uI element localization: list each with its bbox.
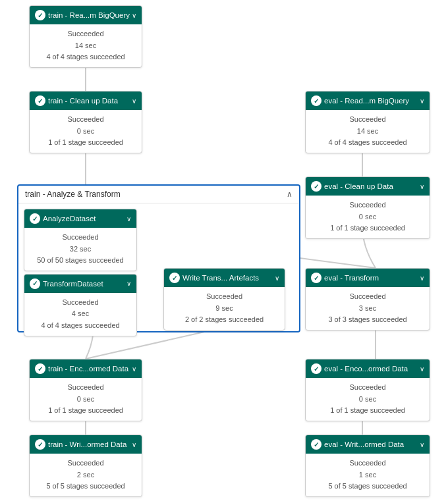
chevron-down-icon[interactable]: ∨ [275,275,279,282]
node-title: Write Trans... Artefacts [182,274,259,282]
node-transform-dataset-header: TransformDataset ∨ [24,275,136,293]
success-icon [311,439,322,450]
node-analyze-dataset[interactable]: AnalyzeDataset ∨ Succeeded 32 sec 50 of … [24,209,137,271]
node-title: train - Rea...m BigQuery [48,11,130,19]
node-write-transform-header: Write Trans... Artefacts ∨ [164,269,285,287]
node-body: Succeeded 4 sec 4 of 4 stages succeeded [24,293,136,336]
node-train-read-bq[interactable]: train - Rea...m BigQuery ∨ Succeeded 14 … [29,5,142,68]
chevron-down-icon[interactable]: ∨ [132,441,136,448]
group-title: train - Analyze & Transform [25,190,121,199]
chevron-down-icon[interactable]: ∨ [132,12,136,19]
node-train-cleanup[interactable]: train - Clean up Data ∨ Succeeded 0 sec … [29,91,142,153]
success-icon [35,10,45,20]
success-icon [311,273,322,283]
node-eval-write[interactable]: eval - Writ...ormed Data ∨ Succeeded 1 s… [305,435,430,497]
node-body: Succeeded 0 sec 1 of 1 stage succeeded [306,196,430,238]
chevron-down-icon[interactable]: ∨ [132,365,136,373]
success-icon [311,95,322,106]
node-body: Succeeded 9 sec 2 of 2 stages succeeded [164,287,285,330]
node-eval-read-bq-header: eval - Read...m BigQuery ∨ [306,92,430,110]
node-eval-cleanup[interactable]: eval - Clean up Data ∨ Succeeded 0 sec 1… [305,176,430,239]
node-title: train - Wri...ormed Data [48,440,126,448]
success-icon [30,213,40,224]
node-transform-dataset[interactable]: TransformDataset ∨ Succeeded 4 sec 4 of … [24,274,137,336]
node-body: Succeeded 0 sec 1 of 1 stage succeeded [30,378,142,421]
node-title: train - Enc...ormed Data [48,365,128,373]
success-icon [35,363,45,374]
node-eval-enc-header: eval - Enco...ormed Data ∨ [306,359,430,378]
chevron-down-icon[interactable]: ∨ [420,97,424,105]
chevron-down-icon[interactable]: ∨ [132,97,136,105]
node-train-write-header: train - Wri...ormed Data ∨ [30,435,142,454]
node-title: eval - Clean up Data [324,182,393,190]
success-icon [35,439,45,450]
chevron-down-icon[interactable]: ∨ [420,365,424,373]
node-body: Succeeded 14 sec 4 of 4 stages succeeded [306,110,430,153]
node-train-enc[interactable]: train - Enc...ormed Data ∨ Succeeded 0 s… [29,359,142,421]
node-body: Succeeded 0 sec 1 of 1 stage succeeded [30,110,142,153]
success-icon [311,181,322,192]
chevron-down-icon[interactable]: ∨ [420,441,424,448]
node-analyze-dataset-header: AnalyzeDataset ∨ [24,209,136,228]
node-title: TransformDataset [43,280,103,288]
group-header[interactable]: train - Analyze & Transform ∧ [18,186,299,203]
chevron-down-icon[interactable]: ∨ [126,280,131,287]
node-eval-transform[interactable]: eval - Transform ∨ Succeeded 3 sec 3 of … [305,268,430,331]
node-title: AnalyzeDataset [43,215,96,223]
node-eval-read-bq[interactable]: eval - Read...m BigQuery ∨ Succeeded 14 … [305,91,430,153]
success-icon [311,363,322,374]
chevron-down-icon[interactable]: ∨ [420,275,424,282]
pipeline-canvas: train - Rea...m BigQuery ∨ Succeeded 14 … [0,0,448,503]
node-body: Succeeded 1 sec 5 of 5 stages succeeded [306,454,430,496]
node-train-write[interactable]: train - Wri...ormed Data ∨ Succeeded 2 s… [29,435,142,497]
node-train-enc-header: train - Enc...ormed Data ∨ [30,359,142,378]
chevron-down-icon[interactable]: ∨ [420,183,424,190]
node-title: eval - Enco...ormed Data [324,365,408,373]
node-write-transform[interactable]: Write Trans... Artefacts ∨ Succeeded 9 s… [163,268,285,331]
node-body: Succeeded 2 sec 5 of 5 stages succeeded [30,454,142,496]
chevron-down-icon[interactable]: ∨ [126,215,131,223]
node-eval-enc[interactable]: eval - Enco...ormed Data ∨ Succeeded 0 s… [305,359,430,421]
node-train-read-bq-header: train - Rea...m BigQuery ∨ [30,6,142,24]
chevron-up-icon[interactable]: ∧ [287,190,293,199]
success-icon [35,95,45,106]
node-eval-transform-header: eval - Transform ∨ [306,269,430,287]
node-eval-cleanup-header: eval - Clean up Data ∨ [306,177,430,196]
node-body: Succeeded 14 sec 4 of 4 stages succeeded [30,24,142,67]
node-train-cleanup-header: train - Clean up Data ∨ [30,92,142,110]
node-title: eval - Read...m BigQuery [324,97,409,105]
node-title: train - Clean up Data [48,97,118,105]
node-eval-write-header: eval - Writ...ormed Data ∨ [306,435,430,454]
node-body: Succeeded 32 sec 50 of 50 stages succeed… [24,228,136,271]
node-title: eval - Transform [324,274,379,282]
success-icon [30,278,40,289]
node-body: Succeeded 3 sec 3 of 3 stages succeeded [306,287,430,330]
node-title: eval - Writ...ormed Data [324,440,404,448]
node-body: Succeeded 0 sec 1 of 1 stage succeeded [306,378,430,421]
success-icon [169,273,180,283]
